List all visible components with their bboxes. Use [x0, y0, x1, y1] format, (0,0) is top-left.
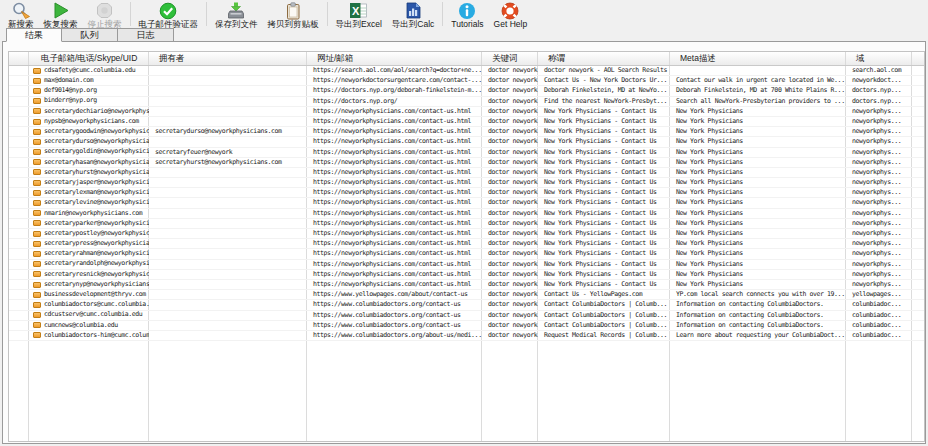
cell-owner[interactable]: secretarydurso@newyorkphysicians.com — [149, 127, 307, 136]
cell-email[interactable]: max@domain.com — [29, 76, 149, 85]
cell-meta[interactable]: New York Physicians — [670, 270, 846, 279]
cell-keyword[interactable]: doctor newyork — [482, 137, 538, 146]
table-row[interactable]: nypsb@newyorkphysicians.comhttps://newyo… — [9, 117, 924, 127]
cell-url[interactable]: https://newyorkphysicians.com/contact-us… — [307, 137, 482, 146]
cell-title[interactable]: New York Physicians - Contact Us — [538, 219, 670, 228]
table-row[interactable]: secretarypress@newyorkphysicians.comhttp… — [9, 239, 924, 249]
table-row[interactable]: columbiadoctors@cumc.columbia.eduhttps:/… — [9, 300, 924, 310]
cell-email[interactable]: cdcustserv@cumc.columbia.edu — [29, 311, 149, 320]
cell-title[interactable]: New York Physicians - Contact Us — [538, 209, 670, 218]
cell-keyword[interactable]: doctor newyork — [482, 229, 538, 238]
cell-title[interactable]: doctor newyork - AOL Search Results — [538, 66, 670, 75]
cell-email[interactable]: secretarydechiario@newyorkphysicia... — [29, 107, 149, 116]
cell-meta[interactable]: New York Physicians — [670, 117, 846, 126]
cell-domain[interactable]: newyorkphys... — [846, 168, 912, 177]
cell-title[interactable]: New York Physicians - Contact Us — [538, 137, 670, 146]
cell-email[interactable]: secretaryhurst@newyorkphysicians.com — [29, 168, 149, 177]
cell-owner[interactable]: secretaryhurst@newyorkphysicians.com — [149, 158, 307, 167]
cell-meta[interactable]: New York Physicians — [670, 209, 846, 218]
cell-url[interactable]: https://newyorkphysicians.com/contact-us… — [307, 158, 482, 167]
cell-email[interactable]: secretarylexman@newyorkphysicians... — [29, 188, 149, 197]
email-verifier-button[interactable]: 电子邮件验证器 — [134, 1, 204, 29]
header-keyword[interactable]: 关键词 — [482, 52, 538, 65]
cell-title[interactable]: New York Physicians - Contact Us — [538, 178, 670, 187]
cell-owner[interactable] — [149, 168, 307, 177]
cell-domain[interactable]: newyorkdoct... — [846, 76, 912, 85]
cell-title[interactable]: New York Physicians - Contact Us — [538, 260, 670, 269]
table-row[interactable]: cdsafety@cumc.columbia.eduhttps://search… — [9, 66, 924, 76]
cell-meta[interactable]: New York Physicians — [670, 148, 846, 157]
cell-url[interactable]: https://www.yellowpages.com/about/contac… — [307, 290, 482, 299]
table-row[interactable]: secretaryjasper@newyorkphysicians.comhtt… — [9, 178, 924, 188]
table-row[interactable]: binderr@nyp.orghttps://doctors.nyp.org/d… — [9, 97, 924, 107]
cell-owner[interactable] — [149, 239, 307, 248]
cell-url[interactable]: https://www.columbiadoctors.org/contact-… — [307, 321, 482, 330]
cell-email[interactable]: secretarydurso@newyorkphysicians.com — [29, 137, 149, 146]
cell-title[interactable]: Contact Us - YellowPages.com — [538, 290, 670, 299]
cell-title[interactable]: Find the nearest NewYork-Presbyt... — [538, 97, 670, 106]
cell-domain[interactable]: newyorkphys... — [846, 209, 912, 218]
cell-keyword[interactable]: doctor newyork — [482, 107, 538, 116]
cell-owner[interactable] — [149, 260, 307, 269]
table-row[interactable]: secretarylevine@newyorkphysicians.comhtt… — [9, 198, 924, 208]
cell-owner[interactable] — [149, 311, 307, 320]
table-row[interactable]: secretarypostley@newyorkphysicians...htt… — [9, 229, 924, 239]
cell-meta[interactable]: New York Physicians — [670, 280, 846, 289]
cell-owner[interactable] — [149, 66, 307, 75]
cell-meta[interactable]: Learn more about requesting your Columbi… — [670, 331, 846, 340]
cell-domain[interactable]: newyorkphys... — [846, 229, 912, 238]
cell-owner[interactable] — [149, 137, 307, 146]
cell-domain[interactable]: newyorkphys... — [846, 260, 912, 269]
cell-meta[interactable]: New York Physicians — [670, 107, 846, 116]
cell-url[interactable]: https://newyorkphysicians.com/contact-us… — [307, 280, 482, 289]
header-title[interactable]: 称谓 — [538, 52, 670, 65]
tab-log[interactable]: 日志 — [118, 28, 174, 42]
cell-email[interactable]: secretarypostley@newyorkphysicians... — [29, 229, 149, 238]
table-row[interactable]: secretaryrandolph@newyorkphysician...htt… — [9, 260, 924, 270]
cell-keyword[interactable]: doctor newyork — [482, 260, 538, 269]
cell-keyword[interactable]: doctor newyork — [482, 249, 538, 258]
cell-domain[interactable]: doctors.nyp... — [846, 86, 912, 95]
cell-meta[interactable]: New York Physicians — [670, 198, 846, 207]
cell-url[interactable]: https://newyorkphysicians.com/contact-us… — [307, 260, 482, 269]
new-search-button[interactable]: 新搜索 — [3, 1, 39, 29]
cell-url[interactable]: https://newyorkphysicians.com/contact-us… — [307, 219, 482, 228]
cell-domain[interactable]: doctors.nyp... — [846, 97, 912, 106]
header-domain[interactable]: 域 — [846, 52, 912, 65]
cell-domain[interactable]: newyorkphys... — [846, 178, 912, 187]
cell-meta[interactable]: New York Physicians — [670, 168, 846, 177]
cell-domain[interactable]: newyorkphys... — [846, 239, 912, 248]
get-help-button[interactable]: Get Help — [489, 1, 533, 29]
cell-url[interactable]: https://newyorkdoctorsurgentcare.com/con… — [307, 76, 482, 85]
cell-meta[interactable] — [670, 66, 846, 75]
table-row[interactable]: secretarynyp@newyorkphysicians.comhttps:… — [9, 280, 924, 290]
cell-title[interactable]: New York Physicians - Contact Us — [538, 249, 670, 258]
cell-owner[interactable] — [149, 76, 307, 85]
cell-keyword[interactable]: doctor newyork — [482, 311, 538, 320]
cell-owner[interactable] — [149, 117, 307, 126]
cell-url[interactable]: https://newyorkphysicians.com/contact-us… — [307, 148, 482, 157]
cell-keyword[interactable]: doctor newyork — [482, 219, 538, 228]
header-url[interactable]: 网址/邮箱 — [307, 52, 482, 65]
cell-email[interactable]: secretaryrandolph@newyorkphysician... — [29, 260, 149, 269]
cell-email[interactable]: secretarynyp@newyorkphysicians.com — [29, 280, 149, 289]
cell-title[interactable]: New York Physicians - Contact Us — [538, 158, 670, 167]
cell-email[interactable]: nmarin@newyorkphysicians.com — [29, 209, 149, 218]
cell-keyword[interactable]: doctor newyork — [482, 209, 538, 218]
cell-title[interactable]: New York Physicians - Contact Us — [538, 127, 670, 136]
cell-title[interactable]: New York Physicians - Contact Us — [538, 168, 670, 177]
cell-meta[interactable]: Contact our walk in urgent care located … — [670, 76, 846, 85]
cell-title[interactable]: Deborah Finkelstein, MD at NewYo... — [538, 86, 670, 95]
cell-url[interactable]: https://search.aol.com/aol/search?q=doct… — [307, 66, 482, 75]
cell-title[interactable]: New York Physicians - Contact Us — [538, 280, 670, 289]
cell-keyword[interactable]: doctor newyork — [482, 198, 538, 207]
cell-owner[interactable] — [149, 270, 307, 279]
table-row[interactable]: nmarin@newyorkphysicians.comhttps://newy… — [9, 209, 924, 219]
cell-url[interactable]: https://newyorkphysicians.com/contact-us… — [307, 127, 482, 136]
table-row[interactable]: secretaryresnick@newyorkphysicians...htt… — [9, 270, 924, 280]
cell-email[interactable]: columbiadoctors@cumc.columbia.edu — [29, 300, 149, 309]
cell-owner[interactable] — [149, 198, 307, 207]
cell-owner[interactable] — [149, 229, 307, 238]
cell-title[interactable]: New York Physicians - Contact Us — [538, 107, 670, 116]
cell-domain[interactable]: newyorkphys... — [846, 158, 912, 167]
